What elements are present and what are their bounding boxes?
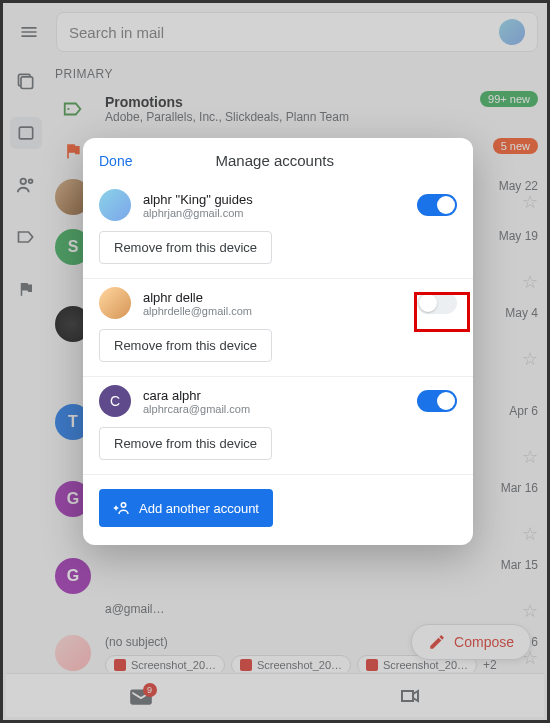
account-toggle[interactable] [417,390,457,412]
svg-point-6 [121,503,126,508]
account-email: alphrjan@gmail.com [143,207,405,219]
remove-device-button[interactable]: Remove from this device [99,427,272,460]
remove-device-button[interactable]: Remove from this device [99,329,272,362]
account-name: alphr "King" guides [143,192,405,207]
add-account-button[interactable]: Add another account [99,489,273,527]
remove-device-button[interactable]: Remove from this device [99,231,272,264]
manage-accounts-modal: Done Manage accounts alphr "King" guides… [83,138,473,545]
account-name: alphr delle [143,290,405,305]
account-email: alphrdelle@gmail.com [143,305,405,317]
annotation-highlight [414,292,470,332]
account-email: alphrcara@gmail.com [143,403,405,415]
account-item: C cara alphr alphrcara@gmail.com Remove … [83,377,473,475]
account-item: alphr "King" guides alphrjan@gmail.com R… [83,181,473,279]
account-avatar [99,287,131,319]
account-avatar: C [99,385,131,417]
modal-title: Manage accounts [92,152,457,169]
account-name: cara alphr [143,388,405,403]
person-add-icon [113,499,131,517]
account-toggle[interactable] [417,194,457,216]
account-avatar [99,189,131,221]
add-account-label: Add another account [139,501,259,516]
